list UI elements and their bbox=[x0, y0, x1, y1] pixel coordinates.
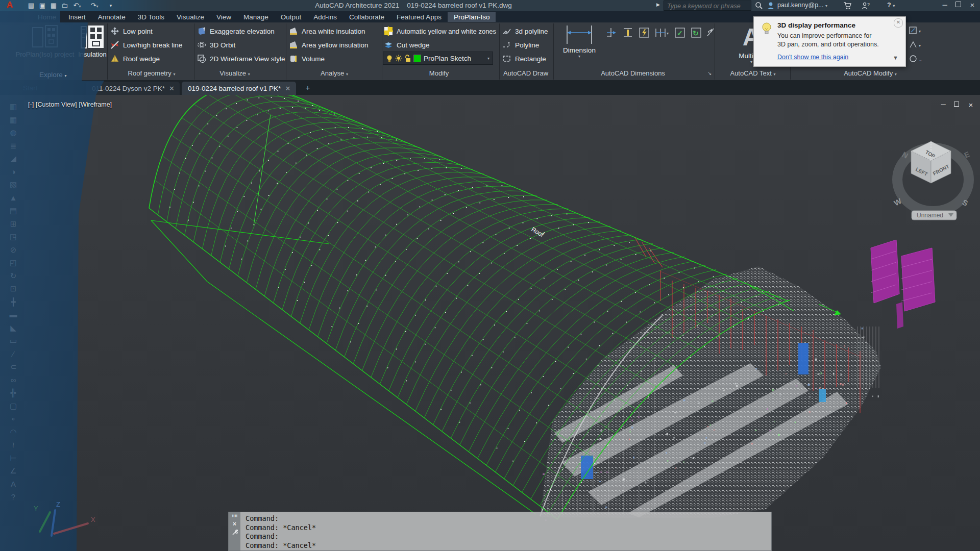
dim-baseline-icon[interactable] bbox=[605, 27, 618, 39]
dim-update-icon[interactable]: ↻ bbox=[690, 27, 702, 39]
zoom-window-tool-icon[interactable]: ⊞ bbox=[10, 217, 17, 231]
modify-tool-icon-3[interactable]: ⌄ bbox=[909, 54, 929, 66]
viewcube-view-name[interactable]: Unnamed bbox=[917, 212, 943, 219]
layer-list-tool-icon[interactable]: ≣ bbox=[10, 139, 17, 153]
rectangle-tool-icon[interactable]: ▭ bbox=[10, 334, 17, 347]
ribbon-tab-collaborate[interactable]: Collaborate bbox=[343, 12, 390, 22]
drawing-viewport[interactable]: Roof WSNETOPLEFTFRONTUnnamed bbox=[0, 95, 980, 551]
ribbon-tab-3d-tools[interactable]: 3D Tools bbox=[132, 12, 170, 22]
acad-text-panel-label[interactable]: AutoCAD Text ▾ bbox=[717, 69, 789, 77]
orbit-tool-icon[interactable]: ↻ bbox=[10, 269, 17, 283]
roof-wedge-button[interactable]: Roof wedge bbox=[110, 53, 160, 64]
ribbon-tab-visualize[interactable]: Visualize bbox=[170, 12, 210, 22]
solid-panel-tool-icon[interactable]: ▧ bbox=[10, 178, 17, 191]
dim-jog-icon[interactable] bbox=[706, 27, 719, 39]
modify-panel-label[interactable]: Modify bbox=[408, 69, 470, 77]
low-high-break-line-button[interactable]: Low/high break line bbox=[110, 39, 182, 51]
undo-icon[interactable]: ↶▾ bbox=[72, 1, 82, 10]
ribbon-tab-insert[interactable]: Insert bbox=[62, 12, 92, 22]
new-tab-button[interactable]: + bbox=[303, 83, 312, 92]
file-tab-barreled-roof[interactable]: 019-0224 barreled roof v1 PK* ✕ bbox=[182, 82, 296, 95]
command-close-icon[interactable]: × bbox=[233, 520, 236, 528]
search-icon[interactable] bbox=[755, 2, 763, 10]
open-folder-icon[interactable]: 🗀 bbox=[60, 1, 69, 10]
layer-unlock-icon[interactable] bbox=[405, 55, 411, 62]
paste-tool-icon[interactable]: ▥ bbox=[10, 100, 17, 113]
ribbon-tab-output[interactable]: Output bbox=[275, 12, 308, 22]
disable-tool-icon[interactable]: ⊘ bbox=[10, 243, 17, 257]
analyse-panel-label[interactable]: Analyse ▾ bbox=[304, 69, 365, 77]
file-tab-dyson[interactable]: 011-0224 Dyson v2 PK* ✕ bbox=[86, 82, 180, 95]
help-icon[interactable]: ? ▾ bbox=[887, 2, 895, 9]
low-point-button[interactable]: Low point bbox=[110, 26, 153, 37]
ribbon-tab-view[interactable]: View bbox=[210, 12, 237, 22]
area-white-insulation-button[interactable]: Area white insulation bbox=[289, 26, 365, 37]
start-tab[interactable]: Start bbox=[23, 84, 38, 92]
ribbon-tab-featured-apps[interactable]: Featured Apps bbox=[390, 12, 448, 22]
qat-customize-icon[interactable]: ▾ bbox=[106, 1, 115, 10]
layer-control[interactable]: ProPlan Sketch ▾ bbox=[383, 52, 493, 65]
grip-dots-icon[interactable]: ⠿⠿ bbox=[232, 513, 237, 518]
insulation-area-tool-icon[interactable]: ◣ bbox=[10, 321, 16, 335]
exaggerate-elevation-button[interactable]: Exaggerate elevation bbox=[197, 26, 275, 37]
search-input[interactable] bbox=[664, 2, 751, 11]
dimensions-panel-launcher-icon[interactable]: ↘ bbox=[707, 70, 712, 76]
insulation-button[interactable]: Insulation bbox=[77, 24, 108, 58]
ucs-icon[interactable]: Y Z X bbox=[26, 497, 107, 543]
move-cross-tool-icon[interactable]: ╬ bbox=[11, 386, 16, 399]
text-tool-icon[interactable]: A bbox=[11, 478, 16, 491]
export-view-tool-icon[interactable]: ⊡ bbox=[10, 282, 17, 295]
tab-close-icon[interactable]: ✕ bbox=[285, 85, 290, 92]
modify-tool-icon-1[interactable]: ▾ bbox=[909, 26, 929, 38]
move-ucs-tool-icon[interactable]: ╋ bbox=[11, 295, 15, 309]
airplane-tool-icon[interactable]: ▲ bbox=[10, 191, 17, 205]
3d-orbit-button[interactable]: 3D Orbit bbox=[197, 39, 235, 51]
roof-geometry-panel-label[interactable]: Roof geometry ▾ bbox=[118, 69, 185, 77]
area-yellow-insulation-button[interactable]: Area yellow insulation bbox=[289, 39, 369, 51]
acad-draw-panel-label[interactable]: AutoCAD Draw bbox=[498, 69, 554, 77]
3d-polyline-button[interactable]: 3d polyline bbox=[502, 26, 548, 37]
command-window[interactable]: ⠿⠿ × Command:Command: *Cancel*Command:Co… bbox=[228, 512, 772, 551]
doc-close-button[interactable]: × bbox=[966, 101, 976, 109]
viewport-minimize-control[interactable]: [-] bbox=[28, 101, 34, 108]
volume-button[interactable]: Volume bbox=[289, 53, 325, 64]
layer-freeze-sun-icon[interactable] bbox=[395, 55, 402, 62]
new-file-icon[interactable]: ▤ bbox=[27, 1, 36, 10]
ribbon-tab-add-ins[interactable]: Add-ins bbox=[307, 12, 343, 22]
roof-wedge-tool-icon[interactable]: ◢ bbox=[10, 152, 16, 165]
dim-tolerance-icon[interactable] bbox=[622, 27, 634, 39]
ribbon-tab-home[interactable]: Home bbox=[32, 12, 62, 22]
render-globe-tool-icon[interactable]: ◍ bbox=[10, 126, 16, 139]
ribbon-tab-annotate[interactable]: Annotate bbox=[92, 12, 132, 22]
polyline-3d-tool-icon[interactable]: ≀ bbox=[12, 438, 15, 452]
boolean-tool-icon[interactable]: ◰ bbox=[10, 256, 17, 269]
layer-color-swatch[interactable] bbox=[413, 55, 421, 62]
dim-continue-icon[interactable]: ▾ bbox=[654, 27, 667, 39]
cut-wedge-button[interactable]: Cut wedge bbox=[384, 39, 430, 51]
ribbon-tab-manage[interactable]: Manage bbox=[237, 12, 275, 22]
signed-in-user[interactable]: paul.kenny@p... ▾ bbox=[777, 2, 827, 9]
user-avatar-icon[interactable] bbox=[767, 2, 775, 10]
angle-tool-icon[interactable]: ∠ bbox=[10, 464, 16, 478]
help-tool-icon[interactable]: ? bbox=[11, 490, 15, 504]
viewport-view-control[interactable]: [Custom View] bbox=[36, 101, 77, 108]
doc-restore-button[interactable] bbox=[951, 101, 962, 108]
link-nodes-tool-icon[interactable]: ∞ bbox=[11, 373, 16, 387]
save-file-icon[interactable]: ▣ bbox=[38, 1, 47, 10]
search-expand-icon[interactable]: ▶ bbox=[656, 2, 660, 7]
tab-close-icon[interactable]: ✕ bbox=[169, 85, 175, 92]
viewport-canvas[interactable]: Roof WSNETOPLEFTFRONTUnnamed bbox=[0, 95, 980, 551]
dim-inspect-icon[interactable]: ✓ bbox=[674, 27, 686, 39]
layer-dropdown-caret[interactable]: ▾ bbox=[487, 56, 489, 61]
point-connector-tool-icon[interactable]: ∘ bbox=[11, 412, 15, 425]
autocad-logo-icon[interactable]: A bbox=[3, 0, 16, 11]
view-cube[interactable]: WSNETOPLEFTFRONTUnnamed bbox=[892, 141, 971, 220]
pencil-tool-icon[interactable]: ∕ bbox=[13, 347, 14, 361]
view-corner-tool-icon[interactable]: ◳ bbox=[10, 230, 17, 243]
command-customize-wrench-icon[interactable] bbox=[231, 530, 238, 536]
redo-icon[interactable]: ↷▾ bbox=[90, 1, 99, 10]
save-as-icon[interactable]: ▦ bbox=[49, 1, 58, 10]
explore-label[interactable]: Explore ▾ bbox=[39, 71, 67, 79]
material-sphere-tool-icon[interactable]: ◑ bbox=[11, 165, 15, 179]
measure-tool-icon[interactable]: ▬ bbox=[10, 308, 17, 321]
